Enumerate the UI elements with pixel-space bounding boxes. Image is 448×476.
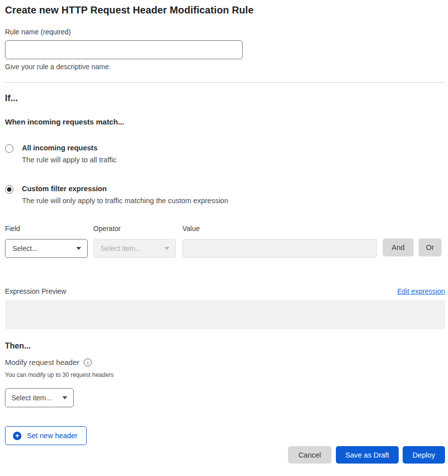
header-action-select-value: Select item... (11, 394, 52, 402)
radio-option-label: All incoming requests (22, 144, 117, 152)
info-icon[interactable]: i (84, 358, 92, 366)
edit-expression-link[interactable]: Edit expression (397, 287, 445, 295)
page-title: Create new HTTP Request Header Modificat… (5, 4, 445, 16)
cancel-button[interactable]: Cancel (288, 446, 331, 464)
and-button[interactable]: And (383, 238, 414, 256)
set-new-header-button[interactable]: + Set new header (5, 426, 87, 445)
expression-preview-label: Expression Preview (5, 287, 66, 295)
header-select-wrapper: Select item... (5, 388, 74, 407)
expression-builder-row: Field Select... Operator Select item... … (5, 225, 445, 258)
rule-name-input[interactable] (5, 40, 243, 59)
modify-header-label: Modify request header (5, 358, 79, 366)
operator-select[interactable]: Select item... (93, 239, 176, 258)
field-label: Field (5, 225, 88, 233)
radio-option-all-incoming[interactable]: All incoming requests The rule will appl… (5, 144, 445, 164)
rule-name-group: Rule name (required) Give your rule a de… (5, 28, 445, 71)
radio-texts: All incoming requests The rule will appl… (22, 144, 117, 164)
operator-label: Operator (93, 225, 176, 233)
set-new-header-label: Set new header (27, 432, 78, 440)
radio-option-description: The rule will only apply to traffic matc… (22, 197, 228, 205)
rule-name-helper: Give your rule a descriptive name. (5, 63, 445, 71)
expression-preview-header: Expression Preview Edit expression (5, 287, 445, 295)
if-heading: If... (5, 93, 445, 104)
section-divider (5, 82, 445, 83)
match-subheading: When incoming requests match... (5, 118, 445, 126)
chevron-down-icon (164, 247, 169, 250)
value-label: Value (182, 225, 377, 233)
save-draft-button[interactable]: Save as Draft (336, 446, 399, 464)
then-heading: Then... (5, 342, 445, 351)
value-input[interactable] (182, 239, 377, 258)
deploy-button[interactable]: Deploy (403, 446, 445, 464)
field-select[interactable]: Select... (5, 239, 88, 258)
radio-option-label: Custom filter expression (22, 185, 228, 193)
plus-icon: + (13, 432, 21, 440)
or-button[interactable]: Or (419, 238, 442, 256)
field-column: Field Select... (5, 225, 88, 258)
create-rule-page: Create new HTTP Request Header Modificat… (0, 0, 448, 464)
radio-custom-filter[interactable] (5, 185, 13, 194)
chevron-down-icon (62, 396, 67, 399)
operator-select-value: Select item... (101, 244, 141, 252)
modify-header-row: Modify request header i (5, 358, 445, 366)
header-action-select[interactable]: Select item... (5, 388, 74, 407)
field-select-value: Select... (12, 244, 38, 252)
radio-option-description: The rule will apply to all traffic (22, 156, 117, 164)
chevron-down-icon (76, 247, 81, 250)
value-column: Value (182, 225, 377, 258)
modify-header-helper: You can modify up to 30 request headers (5, 371, 445, 378)
radio-option-custom-filter[interactable]: Custom filter expression The rule will o… (5, 185, 445, 205)
radio-all-incoming[interactable] (5, 144, 13, 153)
footer-actions: Cancel Save as Draft Deploy (5, 446, 445, 464)
operator-column: Operator Select item... (93, 225, 176, 258)
rule-name-label: Rule name (required) (5, 28, 445, 36)
radio-texts: Custom filter expression The rule will o… (22, 185, 228, 205)
expression-preview-box (5, 300, 445, 329)
